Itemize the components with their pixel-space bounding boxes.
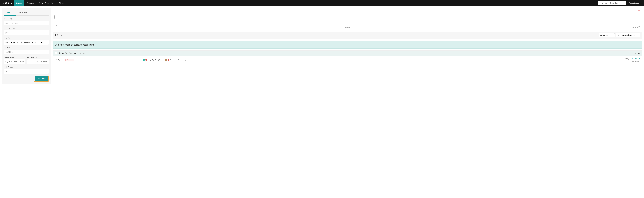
search-icon bbox=[599, 2, 600, 4]
lookback-label: Lookback bbox=[4, 47, 49, 49]
trace-count: 1 Trace bbox=[55, 34, 62, 37]
operation-select[interactable]: proxy ▾ bbox=[4, 30, 49, 35]
trace-duration: 4.97s bbox=[635, 52, 640, 54]
min-duration-input[interactable] bbox=[29, 59, 47, 64]
tab-json-file[interactable]: JSON File bbox=[16, 10, 30, 15]
top-nav: JAEGER UI Search Compare System Architec… bbox=[0, 0, 644, 6]
help-icon[interactable]: ? bbox=[8, 37, 10, 39]
service-label: Service (3) bbox=[4, 18, 49, 20]
about-label: About Jaeger bbox=[629, 2, 640, 4]
limit-input[interactable] bbox=[6, 69, 47, 74]
nav-search[interactable]: Search bbox=[14, 0, 24, 6]
svg-point-0 bbox=[599, 2, 600, 3]
sidebar-tabs: Search JSON File bbox=[4, 10, 49, 15]
service-color-swatch bbox=[143, 59, 144, 61]
tags-label: Tags ? bbox=[4, 37, 49, 39]
trace-lookup-wrap bbox=[598, 1, 626, 5]
trace-result-card[interactable]: dragonfly-dfget: proxy d27333c 4.97s 27 … bbox=[52, 50, 642, 64]
chevron-down-icon: ▼ bbox=[640, 2, 642, 4]
search-sidebar: Search JSON File Service (3) dragonfly-d… bbox=[2, 8, 51, 84]
x-tick: 06:13:20 am bbox=[58, 27, 252, 29]
min-duration-wrap bbox=[27, 59, 49, 64]
sort-select[interactable]: Most Recent ▾ bbox=[598, 33, 615, 37]
trace-checkbox[interactable] bbox=[55, 52, 57, 54]
scatter-chart[interactable]: Duration 0µs Time 06:13:20 am 08:00:00 a… bbox=[52, 8, 642, 30]
min-duration-label: Min Duration bbox=[27, 56, 49, 58]
y-tick: 0µs bbox=[55, 25, 57, 26]
trace-id: d27333c bbox=[80, 52, 86, 54]
chevron-down-icon: ▾ bbox=[611, 35, 612, 36]
brand-logo[interactable]: JAEGER UI bbox=[2, 2, 12, 4]
max-duration-input[interactable] bbox=[6, 59, 24, 64]
error-icon: ! bbox=[168, 59, 169, 61]
y-axis-label: Duration bbox=[54, 15, 55, 20]
results-header: 1 Trace Sort: Most Recent ▾ Deep Depende… bbox=[52, 32, 642, 39]
deep-dependency-button[interactable]: Deep Dependency Graph bbox=[616, 33, 640, 37]
chevron-down-icon: ▾ bbox=[47, 32, 48, 33]
chevron-down-icon: ▾ bbox=[47, 22, 48, 24]
compare-banner: Compare traces by selecting result items bbox=[52, 41, 642, 49]
lookback-select[interactable]: Last Hour ▾ bbox=[4, 49, 49, 54]
nav-compare[interactable]: Compare bbox=[24, 0, 36, 6]
tab-search[interactable]: Search bbox=[4, 10, 16, 15]
results-content: Duration 0µs Time 06:13:20 am 08:00:00 a… bbox=[52, 8, 642, 64]
trace-point[interactable] bbox=[638, 10, 640, 11]
nav-monitor[interactable]: Monitor bbox=[57, 0, 68, 6]
max-duration-wrap bbox=[4, 59, 25, 64]
sort-label: Sort: bbox=[594, 34, 598, 36]
find-traces-button[interactable]: Find Traces bbox=[34, 76, 48, 81]
x-tick: 08:00:00 am bbox=[252, 27, 446, 29]
trace-lookup-input[interactable] bbox=[598, 1, 626, 5]
span-count-badge: 27 Spans bbox=[55, 58, 64, 61]
find-traces-highlight: Find Traces bbox=[34, 76, 49, 82]
service-select[interactable]: dragonfly-dfget ▾ bbox=[4, 20, 49, 25]
service-chip: ! dragonfly-scheduler (4) bbox=[164, 58, 187, 61]
service-chip: ! dragonfly-dfget (23) bbox=[142, 58, 162, 61]
chevron-down-icon: ▾ bbox=[47, 51, 48, 53]
trace-title: dragonfly-dfget: proxy d27333c bbox=[58, 52, 86, 54]
about-menu[interactable]: About Jaeger ▼ bbox=[629, 2, 642, 4]
time-axis-label: Time bbox=[637, 25, 640, 27]
error-icon: ! bbox=[145, 59, 147, 61]
service-color-swatch bbox=[165, 59, 167, 61]
plot-area[interactable] bbox=[58, 9, 640, 26]
tags-input[interactable] bbox=[6, 40, 47, 45]
limit-wrap bbox=[4, 69, 49, 74]
error-count-badge: 2 Errors bbox=[66, 58, 74, 61]
max-duration-label: Max Duration bbox=[4, 56, 25, 58]
svg-line-1 bbox=[600, 3, 600, 3]
nav-system-architecture[interactable]: System Architecture bbox=[36, 0, 57, 6]
tags-input-wrap bbox=[4, 40, 49, 45]
trace-timestamp: Today 10:52:52 pm a minute ago bbox=[624, 57, 640, 62]
operation-label: Operation (23) bbox=[4, 27, 49, 29]
limit-label: Limit Results bbox=[4, 66, 49, 68]
x-tick: 09:46:40 am bbox=[446, 27, 640, 29]
